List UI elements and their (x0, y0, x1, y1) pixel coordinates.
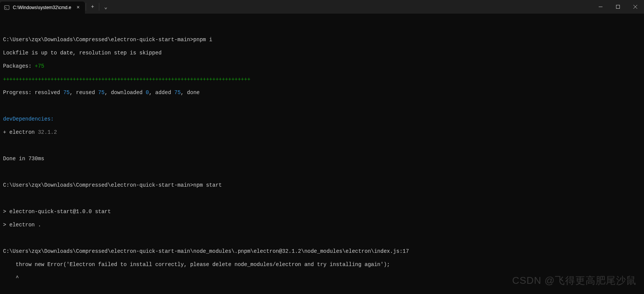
tab-close-button[interactable]: × (74, 4, 82, 11)
command: pnpm i (193, 37, 212, 43)
close-window-button[interactable] (627, 0, 644, 14)
terminal-output[interactable]: C:\Users\zqx\Downloads\Compressed\electr… (0, 14, 644, 294)
tab-divider-2 (99, 3, 99, 11)
error-location: C:\Users\zqx\Downloads\Compressed\electr… (3, 248, 641, 255)
tab-divider (86, 3, 86, 11)
error-line: throw new Error('Electron failed to inst… (3, 262, 641, 268)
progress-bar: ++++++++++++++++++++++++++++++++++++++++… (3, 76, 641, 83)
command: npm start (193, 182, 222, 188)
maximize-button[interactable] (609, 0, 627, 14)
window-controls (592, 0, 644, 14)
output-line: Done in 730ms (3, 156, 641, 162)
terminal-tab[interactable]: C:\Windows\system32\cmd.e × (0, 2, 85, 14)
svg-rect-0 (5, 6, 9, 10)
minimize-button[interactable] (592, 0, 609, 14)
prompt: C:\Users\zqx\Downloads\Compressed\electr… (3, 37, 193, 43)
tab-title: C:\Windows\system32\cmd.e (13, 5, 71, 10)
package-count: +75 (35, 63, 44, 69)
cmd-icon (4, 5, 10, 11)
new-tab-button[interactable]: + (87, 0, 98, 14)
watermark: CSDN @飞得更高肥尾沙鼠 (512, 274, 636, 287)
tab-dropdown-button[interactable]: ⌄ (100, 0, 111, 14)
output-line: > electron-quick-start@1.0.0 start (3, 209, 641, 215)
output-text: Packages: (3, 63, 35, 69)
titlebar: C:\Windows\system32\cmd.e × + ⌄ (0, 0, 644, 14)
output-line: > electron . (3, 222, 641, 229)
output-line: Lockfile is up to date, resolution step … (3, 50, 641, 57)
prompt: C:\Users\zqx\Downloads\Compressed\electr… (3, 182, 193, 188)
section-header: devDependencies: (3, 116, 641, 123)
svg-rect-2 (616, 5, 620, 9)
